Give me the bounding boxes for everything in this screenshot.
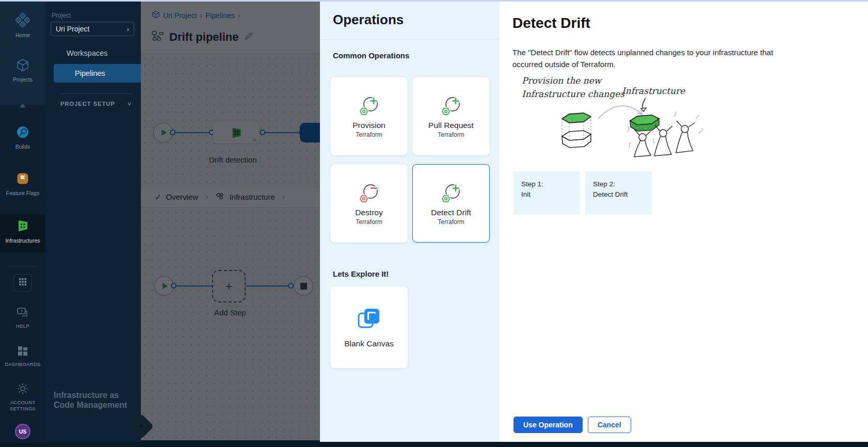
- rail-label: Home: [15, 32, 30, 39]
- pull-request-add-icon: [438, 94, 464, 118]
- sidebar-item-label: Workspaces: [67, 49, 108, 57]
- step-box-1: Step 1: Init: [513, 171, 580, 214]
- operation-card-sub: Terraform: [438, 218, 464, 226]
- rail-label: Projects: [13, 76, 33, 83]
- hexagon-provision-sketch: [562, 113, 591, 148]
- illustration-caption-2: Infrastructure changes: [522, 89, 625, 99]
- sidebar-item-pipelines[interactable]: Pipelines: [54, 64, 141, 83]
- project-selector[interactable]: Uri Project ›: [51, 22, 134, 36]
- grid-icon: [19, 278, 27, 288]
- project-selector-value: Uri Project: [56, 25, 89, 33]
- rail-label: Builds: [15, 143, 30, 150]
- rail-label: DASHBOARDS: [5, 361, 41, 368]
- rail-item-infrastructures[interactable]: Infrastructures: [0, 218, 45, 244]
- gear-icon: [17, 382, 29, 397]
- cube-icon: [16, 58, 29, 74]
- rail-item-projects[interactable]: Projects: [0, 58, 45, 83]
- rail-label: ACCOUNT SETTINGS: [0, 400, 45, 412]
- detect-drift-detail-panel: Detect Drift The "Detect Drift" flow det…: [500, 2, 868, 442]
- explore-heading: Lets Explore It!: [333, 269, 389, 278]
- user-avatar[interactable]: US: [15, 424, 30, 439]
- rail-item-dashboards[interactable]: DASHBOARDS: [0, 345, 45, 368]
- operations-panel: Operations Common Operations Provision T…: [320, 2, 500, 442]
- rail-label: Infrastructures: [5, 237, 40, 244]
- hexagon-infrastructure-sketch: [630, 115, 659, 131]
- sidebar-divider: [60, 93, 134, 94]
- module-rail: Home Projects Builds: [0, 2, 45, 442]
- operation-card-pull-request[interactable]: Pull Request Terraform: [412, 77, 490, 155]
- step-title: Step 1:: [521, 179, 580, 189]
- rail-item-account-settings[interactable]: ACCOUNT SETTINGS: [0, 382, 45, 412]
- step-box-2: Step 2: Detect Drift: [585, 171, 652, 214]
- rail-collapse-triangle-icon[interactable]: [20, 104, 26, 107]
- operation-card-label: Provision: [352, 121, 385, 130]
- detail-title: Detect Drift: [512, 15, 590, 31]
- project-setup-toggle[interactable]: PROJECT SETUP ˅: [60, 101, 132, 107]
- dashboards-icon: [17, 345, 28, 359]
- chevron-down-icon: ˅: [127, 101, 132, 107]
- operation-card-destroy[interactable]: Destroy Terraform: [330, 164, 408, 243]
- rail-label: HELP: [16, 323, 29, 329]
- step-title: Step 2:: [593, 179, 652, 189]
- operation-card-sub: Terraform: [356, 131, 382, 138]
- operation-card-sub: Terraform: [438, 131, 464, 138]
- detail-description: The "Detect Drift" flow detects unplanne…: [512, 47, 791, 70]
- rail-label: Feature Flags: [6, 190, 40, 197]
- operations-title: Operations: [333, 12, 404, 28]
- operation-card-sub: Terraform: [356, 218, 382, 226]
- pipeline-editor: Uri Project › Pipelines › Drift pipeline: [141, 2, 320, 440]
- flag-icon: [16, 172, 29, 187]
- infrastructure-icon: [15, 218, 30, 235]
- blank-canvas-card[interactable]: Blank Canvas: [330, 286, 408, 368]
- rail-item-feature-flags[interactable]: Feature Flags: [0, 172, 45, 197]
- operation-card-label: Pull Request: [428, 121, 474, 130]
- destroy-minus-icon: [356, 181, 382, 205]
- rail-item-builds[interactable]: Builds: [0, 125, 45, 150]
- project-section-label: Project: [52, 12, 71, 19]
- rail-divider: [8, 266, 37, 267]
- chevron-right-icon: ›: [127, 25, 129, 33]
- operation-card-label: Detect Drift: [431, 208, 471, 217]
- sidebar-item-workspaces[interactable]: Workspaces: [45, 44, 141, 62]
- use-operation-button[interactable]: Use Operation: [513, 417, 583, 433]
- modal-backdrop[interactable]: [141, 2, 320, 440]
- cancel-button[interactable]: Cancel: [588, 417, 631, 433]
- panel-divider: [320, 39, 500, 40]
- step-name: Init: [521, 189, 580, 200]
- blank-canvas-icon: [356, 306, 382, 331]
- project-setup-label: PROJECT SETUP: [60, 101, 115, 107]
- common-operations-heading: Common Operations: [333, 51, 409, 60]
- illustration-caption-1: Provision the new: [522, 75, 603, 86]
- drift-illustration: Provision the new Infrastructure changes…: [512, 71, 801, 164]
- operation-card-label: Destroy: [355, 208, 382, 217]
- app-window: Home Projects Builds: [0, 0, 868, 447]
- blank-canvas-label: Blank Canvas: [344, 339, 394, 348]
- step-name: Detect Drift: [593, 189, 652, 200]
- sidebar-item-label: Pipelines: [75, 69, 105, 77]
- module-name-label: Infrastructure as Code Management: [54, 390, 131, 410]
- rail-item-home[interactable]: Home: [0, 13, 45, 39]
- provision-add-icon: [356, 94, 382, 118]
- builds-icon: [16, 125, 29, 141]
- illustration-caption-3: Infrastructure: [622, 86, 685, 96]
- rail-item-help[interactable]: ? HELP: [0, 307, 45, 329]
- project-sidebar: Project Uri Project › Workspaces Pipelin…: [45, 2, 141, 442]
- window-top-edge: [0, 0, 868, 2]
- operation-card-detect-drift[interactable]: Detect Drift Terraform: [412, 164, 490, 243]
- operation-card-provision[interactable]: Provision Terraform: [330, 77, 408, 155]
- collapse-arrow-icon: ◀: [138, 422, 142, 429]
- harness-home-icon: [15, 13, 30, 29]
- detect-drift-add-icon: [438, 181, 464, 205]
- help-chat-icon: ?: [17, 307, 29, 321]
- svg-text:?: ?: [20, 309, 23, 314]
- module-picker-button[interactable]: [13, 274, 32, 292]
